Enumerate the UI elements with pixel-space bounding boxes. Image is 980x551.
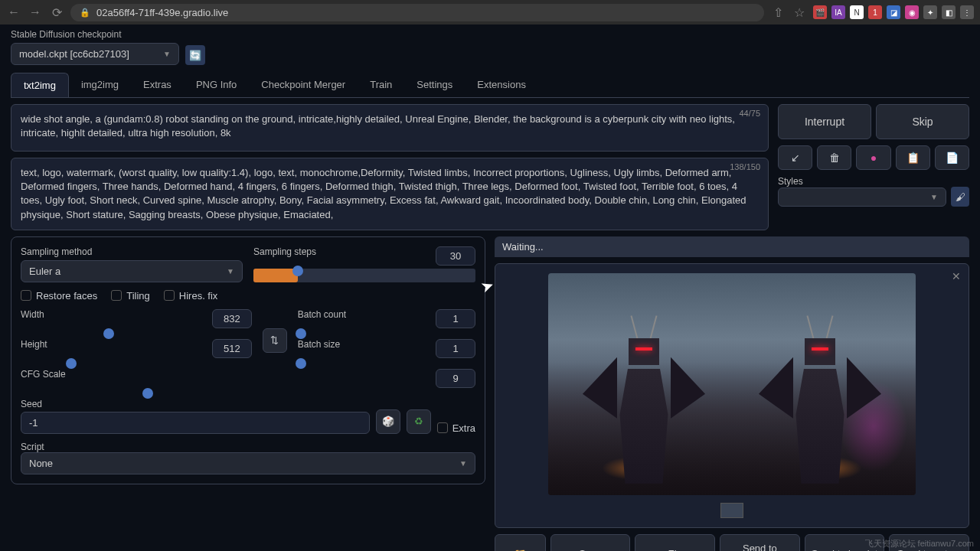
generation-status: Waiting... — [495, 236, 969, 257]
url-bar[interactable]: 🔒 02a56ff4-71ff-439e.gradio.live — [70, 4, 764, 21]
batch-count-label: Batch count — [298, 309, 346, 328]
star-icon[interactable]: ☆ — [792, 5, 807, 20]
script-value: None — [29, 458, 53, 469]
sampling-method-value: Euler a — [29, 266, 60, 277]
chevron-down-icon: ▼ — [163, 50, 171, 58]
thumbnail-strip — [720, 503, 743, 518]
thumbnail[interactable] — [720, 503, 743, 518]
script-label: Script — [21, 442, 475, 452]
sampling-method-select[interactable]: Euler a ▼ — [21, 260, 243, 282]
sampling-steps-value[interactable]: 30 — [436, 246, 475, 266]
checkpoint-label: Stable Diffusion checkpoint — [11, 29, 179, 40]
script-select[interactable]: None ▼ — [21, 452, 475, 474]
ext-icon[interactable]: ✦ — [923, 5, 937, 19]
lock-icon: 🔒 — [80, 8, 90, 18]
ext-icon[interactable]: N — [850, 5, 864, 19]
tool-paste[interactable]: 📄 — [935, 145, 969, 170]
styles-select[interactable]: ▼ — [778, 187, 946, 207]
height-label: Height — [21, 339, 47, 358]
cfg-scale-value[interactable]: 9 — [436, 369, 475, 388]
chevron-down-icon: ▼ — [930, 193, 938, 201]
height-value[interactable]: 512 — [212, 339, 252, 358]
skip-button[interactable]: Skip — [876, 104, 969, 139]
prompt-text: wide shot angle, a (gundam:0.8) robot st… — [21, 113, 735, 139]
tool-arrow[interactable]: ↙ — [778, 145, 812, 170]
forward-button[interactable]: → — [28, 5, 43, 19]
close-icon[interactable]: ✕ — [952, 270, 961, 282]
swap-dimensions-button[interactable]: ⇅ — [263, 328, 287, 353]
batch-size-value[interactable]: 1 — [436, 339, 475, 358]
tab-pnginfo[interactable]: PNG Info — [184, 73, 249, 97]
tool-dot[interactable]: ● — [856, 145, 890, 170]
seed-label: Seed — [21, 399, 475, 409]
seed-random-button[interactable]: 🎲 — [376, 409, 400, 434]
seed-reuse-button[interactable]: ♻ — [407, 409, 431, 434]
sampling-steps-label: Sampling steps — [253, 246, 316, 266]
ext-icon[interactable]: 🎬 — [813, 5, 827, 19]
restore-faces-checkbox[interactable]: Restore faces — [21, 290, 97, 302]
tab-train[interactable]: Train — [358, 73, 404, 97]
url-text: 02a56ff4-71ff-439e.gradio.live — [96, 7, 228, 18]
generation-controls: Sampling method Euler a ▼ Sampling steps… — [11, 236, 485, 484]
ext-icon[interactable]: ◪ — [887, 5, 900, 19]
tab-extras[interactable]: Extras — [131, 73, 184, 97]
ext-icon[interactable]: ◉ — [905, 5, 919, 19]
cfg-scale-label: CFG Scale — [21, 369, 66, 388]
width-label: Width — [21, 309, 44, 328]
neg-prompt-token-count: 138/150 — [730, 161, 760, 173]
output-gallery: ✕ — [495, 263, 969, 528]
sampling-steps-slider[interactable] — [253, 269, 475, 282]
checkpoint-value: model.ckpt [cc6cb27103] — [19, 48, 129, 60]
batch-size-label: Batch size — [298, 339, 340, 358]
sampling-method-label: Sampling method — [21, 246, 243, 257]
apply-style-button[interactable]: 🖌 — [951, 187, 969, 207]
watermark: 飞天资源论坛 feitianwu7.com — [865, 538, 974, 549]
batch-count-value[interactable]: 1 — [436, 309, 475, 328]
seed-extra-checkbox[interactable]: Extra — [437, 422, 475, 434]
tab-img2img[interactable]: img2img — [69, 73, 131, 97]
ext-icon[interactable]: IA — [831, 5, 845, 19]
negative-prompt-input[interactable]: 138/150 text, logo, watermark, (worst qu… — [11, 158, 769, 230]
share-icon[interactable]: ⇧ — [770, 5, 786, 20]
tab-settings[interactable]: Settings — [404, 73, 465, 97]
styles-label: Styles — [778, 176, 969, 187]
generated-image[interactable] — [548, 273, 916, 495]
ext-icon[interactable]: ◧ — [942, 5, 956, 19]
tool-clipboard[interactable]: 📋 — [896, 145, 930, 170]
prompt-token-count: 44/75 — [739, 108, 760, 119]
prompt-input[interactable]: 44/75 wide shot angle, a (gundam:0.8) ro… — [11, 104, 769, 152]
tab-checkpoint-merger[interactable]: Checkpoint Merger — [249, 73, 358, 97]
zip-button[interactable]: Zip — [635, 534, 715, 551]
tool-trash[interactable]: 🗑 — [817, 145, 851, 170]
chevron-down-icon: ▼ — [459, 459, 467, 468]
back-button[interactable]: ← — [6, 5, 21, 19]
neg-prompt-text: text, logo, watermark, (worst quality, l… — [21, 167, 746, 220]
chevron-down-icon: ▼ — [227, 267, 234, 276]
hires-fix-checkbox[interactable]: Hires. fix — [164, 290, 218, 302]
send-to-img2img-button[interactable]: Send to img2img — [720, 534, 800, 551]
interrupt-button[interactable]: Interrupt — [778, 104, 871, 139]
width-value[interactable]: 832 — [212, 309, 252, 328]
tab-txt2img[interactable]: txt2img — [11, 73, 69, 97]
ext-icon[interactable]: 1 — [868, 5, 882, 19]
tiling-checkbox[interactable]: Tiling — [111, 290, 150, 302]
open-folder-button[interactable]: 📁 — [495, 534, 546, 551]
menu-icon[interactable]: ⋮ — [960, 5, 974, 19]
main-tabs: txt2img img2img Extras PNG Info Checkpoi… — [11, 73, 969, 98]
reload-button[interactable]: ⟳ — [49, 5, 64, 20]
refresh-checkpoint-button[interactable]: 🔄 — [185, 45, 205, 65]
tab-extensions[interactable]: Extensions — [465, 73, 538, 97]
save-button[interactable]: Save — [550, 534, 631, 551]
checkpoint-select[interactable]: model.ckpt [cc6cb27103] ▼ — [11, 43, 179, 65]
seed-input[interactable]: -1 — [21, 412, 370, 434]
extension-icons: 🎬 IA N 1 ◪ ◉ ✦ ◧ ⋮ — [813, 5, 974, 19]
